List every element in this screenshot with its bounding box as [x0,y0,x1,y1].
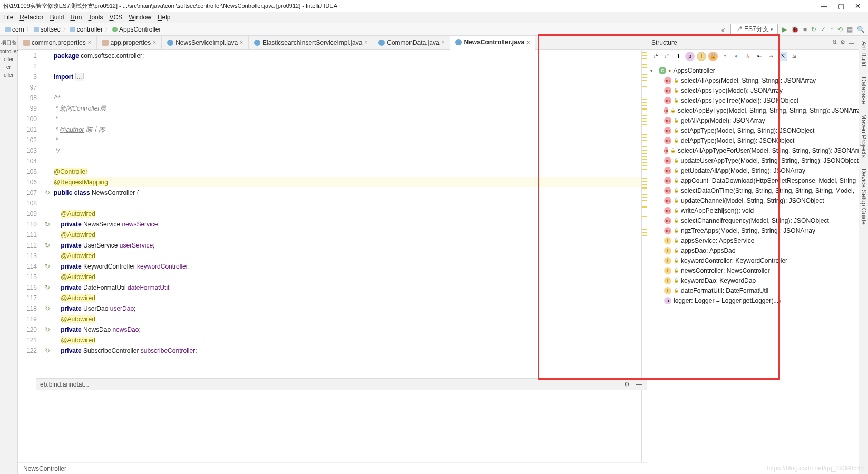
marker-strip[interactable] [641,50,647,462]
breadcrumb-AppsController[interactable]: AppsController [110,26,163,33]
menubar: FileRefactorBuildRunToolsVCSWindowHelp [0,12,868,23]
structure-member[interactable]: m🔒selectAllApps(Model, String, String): … [647,75,859,85]
structure-member[interactable]: m🔒updateUserAppType(Model, String, Strin… [647,155,859,165]
structure-member[interactable]: m🔒ngzTreeApps(Model, String, String): JS… [647,225,859,235]
structure-root[interactable]: ▾C●AppsController [647,65,859,75]
close-icon[interactable]: ✕ [855,2,861,10]
expand-icon[interactable]: ⇤ [755,52,764,61]
autoscroll-icon[interactable]: ⇱ [778,52,787,61]
code-wrap: 1239798991001011021031041051061071081091… [18,50,647,462]
show-lambda-icon[interactable]: λ [743,52,753,61]
menu-file[interactable]: File [3,14,13,21]
breadcrumb-softsec[interactable]: softsec [32,26,63,33]
structure-member[interactable]: f🔒appsService: AppsService [647,235,859,245]
debug-icon[interactable]: 🐞 [791,26,799,33]
close-icon[interactable]: × [88,39,91,45]
show-inherit-icon[interactable]: ○ [720,52,729,61]
structure-member[interactable]: plogger: Logger = Logger.getLogger(...) [647,295,859,305]
visibility-icon[interactable]: ⬆ [674,52,683,61]
gear-icon[interactable]: ⚙ [840,39,845,46]
right-stub-device-setup-guide[interactable]: Device Setup Guide [860,169,867,225]
editor-tabs: common.properties×app.properties×NewsSer… [18,36,647,50]
left-stub-item[interactable]: er [6,64,11,70]
left-stub-item[interactable]: 项目备 [1,39,17,46]
structure-member[interactable]: f🔒keywordDao: KeywordDao [647,275,859,285]
collapse-icon[interactable]: ⇥ [766,52,776,61]
structure-member[interactable]: m🔒delAppType(Model, String): JSONObject [647,135,859,145]
minimize-icon[interactable]: — [821,2,827,10]
structure-member[interactable]: m🔒selectDataOnTime(String, String, Strin… [647,185,859,195]
maximize-icon[interactable]: ▢ [838,2,844,10]
structure-member[interactable]: m🔒selectAppsType(Model): JSONArray [647,85,859,95]
menu-help[interactable]: Help [158,14,171,21]
menu-refactor[interactable]: Refactor [19,14,43,21]
close-icon[interactable]: × [526,39,530,45]
hide-icon[interactable]: — [849,39,854,46]
filter-p-icon[interactable]: p [685,52,695,61]
titlebar: 份\191009实验室修改ES7测试分支\pro0912] - ...\src\… [0,0,868,12]
right-stub-maven-projects[interactable]: Maven Projects [860,114,867,158]
menu-run[interactable]: Run [70,14,82,21]
update-icon[interactable]: ↻ [811,26,816,33]
structure-member[interactable]: m🔒updateChannel(Model, String, String): … [647,195,859,205]
run-icon[interactable]: ▶ [782,26,787,33]
menu-window[interactable]: Window [129,14,151,21]
filter-lock-icon[interactable]: 🔒 [708,52,718,61]
autoscroll2-icon[interactable]: ⇲ [789,52,799,61]
left-stub-item[interactable]: oller [4,72,14,78]
tab-NewsServiceImpl.java[interactable]: NewsServiceImpl.java× [162,36,249,49]
structure-member[interactable]: m🔒setAppType(Model, String, String): JSO… [647,125,859,135]
structure-panel: Structure ≡ ⇅ ⚙ — ↓ᴬ ↓ᶻ ⬆ p f 🔒 ○ ● λ ⇤ … [647,36,859,474]
push-icon[interactable]: ↑ [830,26,833,33]
structure-member[interactable]: m🔒selectAppByType(Model, String, String,… [647,105,859,115]
menu-vcs[interactable]: VCS [109,14,122,21]
structure-member[interactable]: f🔒dateFormatUtil: DateFormatUtil [647,285,859,295]
git-branch[interactable]: ⎇ ES7分支 ▾ [730,24,778,35]
structure-member[interactable]: m🔒writeAppPeizhijson(): void [647,205,859,215]
structure-member[interactable]: f🔒newsController: NewsController [647,265,859,275]
code-editor[interactable]: package com.softsec.controller; import .… [54,50,641,462]
left-stub-item[interactable]: ontroller [0,48,18,54]
structure-member[interactable]: m🔒selectChannelfrequency(Model, String):… [647,215,859,225]
filter-icon[interactable]: ≡ [826,39,829,46]
structure-member[interactable]: m🔒getAllApp(Model): JSONArray [647,115,859,125]
tab-common.properties[interactable]: common.properties× [18,36,97,49]
structure-member[interactable]: m🔒selectAllAppTypeForUser(Model, String,… [647,145,859,155]
sort-az-icon[interactable]: ↓ᴬ [650,52,660,61]
structure-member[interactable]: m🔒appCount_DataDownload(HttpServletRespo… [647,175,859,185]
commit-icon[interactable]: ✓ [821,26,826,33]
sort-icon[interactable]: ⇅ [832,39,837,46]
editor-area: common.properties×app.properties×NewsSer… [18,36,647,474]
tab-ElasticsearchInsertServiceImpl.java[interactable]: ElasticsearchInsertServiceImpl.java× [249,36,373,49]
breadcrumb-controller[interactable]: controller [68,26,105,33]
structure-member[interactable]: m🔒selectAppsTypeTree(Model): JSONObject [647,95,859,105]
structure-tree[interactable]: ▾C●AppsControllerm🔒selectAllApps(Model, … [647,63,859,474]
show-anon-icon[interactable]: ● [732,52,741,61]
structure-icon[interactable]: ▤ [847,26,853,33]
history-icon[interactable]: ⟲ [837,26,843,33]
breadcrumb-com[interactable]: com [3,26,26,33]
close-icon[interactable]: × [442,39,445,45]
search-icon[interactable]: 🔍 [857,26,865,33]
tab-CommonData.java[interactable]: CommonData.java× [373,36,450,49]
hide-icon[interactable]: — [636,381,642,388]
structure-member[interactable]: f🔒appsDao: AppsDao [647,245,859,255]
close-icon[interactable]: × [153,39,156,45]
gear-icon[interactable]: ⚙ [624,381,630,388]
menu-tools[interactable]: Tools [88,14,103,21]
left-stub-item[interactable]: oller [4,56,14,62]
sort-za-icon[interactable]: ↓ᶻ [662,52,671,61]
filter-f-icon[interactable]: f [697,52,706,61]
nav-left-icon[interactable]: ↙ [721,26,726,33]
tab-NewsController.java[interactable]: NewsController.java× [450,36,535,50]
menu-build[interactable]: Build [50,14,64,21]
structure-member[interactable]: m🔒getUpdateAllApp(Model, String): JSONAr… [647,165,859,175]
close-icon[interactable]: × [364,39,367,45]
close-icon[interactable]: × [240,39,243,45]
right-stub-database[interactable]: Database [860,77,867,104]
code-breadcrumb: NewsController [18,462,647,474]
tab-app.properties[interactable]: app.properties× [97,36,162,49]
structure-member[interactable]: f🔒keywordController: KeywordController [647,255,859,265]
right-stub-ant-build[interactable]: Ant Build [860,41,867,66]
stop-icon[interactable]: ■ [803,26,807,33]
